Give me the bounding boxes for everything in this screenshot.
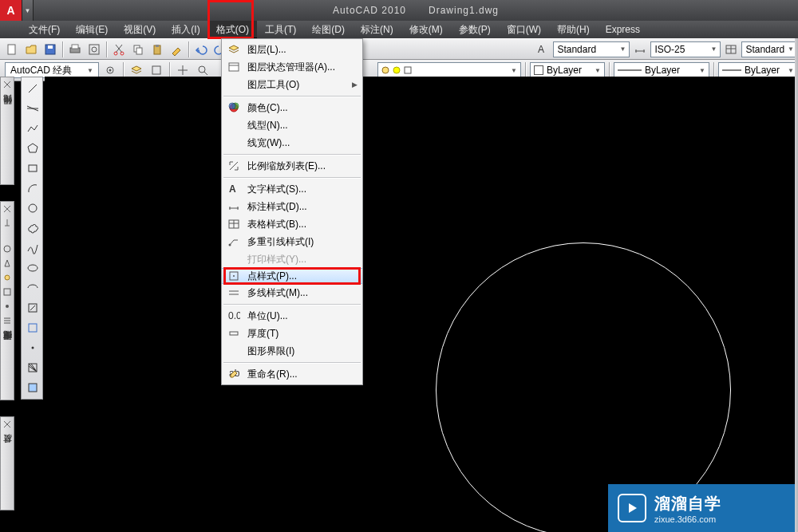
- menu-item[interactable]: 表格样式(B)...: [222, 215, 362, 233]
- svg-rect-37: [29, 324, 37, 332]
- menu-item[interactable]: 0.0单位(U)...: [222, 307, 362, 325]
- menu-0[interactable]: 文件(F): [21, 21, 68, 38]
- palette-close-icon[interactable]: [1, 203, 14, 215]
- color-combo[interactable]: ByLayer▼: [530, 62, 605, 78]
- plot-preview-icon[interactable]: [85, 41, 103, 58]
- menu-2[interactable]: 视图(V): [116, 21, 164, 38]
- light-spot-icon[interactable]: [1, 257, 14, 270]
- menu-item[interactable]: 颜色(C)...: [222, 99, 362, 116]
- menu-12[interactable]: Express: [598, 21, 648, 38]
- ellipse-icon[interactable]: [23, 258, 42, 278]
- print-icon[interactable]: [66, 41, 84, 58]
- menu-item[interactable]: 图层(L)...: [222, 41, 362, 58]
- menu-bar: 文件(F)编辑(E)视图(V)插入(I)格式(O)工具(T)绘图(D)标注(N)…: [0, 21, 798, 38]
- workspace-combo[interactable]: AutoCAD 经典▼: [5, 62, 99, 78]
- menu-item-label: 图层(L)...: [247, 43, 286, 57]
- block-icon[interactable]: [23, 318, 42, 337]
- menu-6[interactable]: 绘图(D): [304, 21, 353, 38]
- dim-style-combo[interactable]: ISO-25▼: [650, 41, 721, 57]
- menu-8[interactable]: 修改(M): [401, 21, 451, 38]
- svg-rect-33: [29, 165, 37, 171]
- copy-icon[interactable]: [129, 41, 147, 58]
- insert-icon[interactable]: [23, 298, 42, 317]
- hatch-icon[interactable]: [23, 358, 42, 377]
- menu-10[interactable]: 窗口(W): [499, 21, 549, 38]
- spline-icon[interactable]: [23, 238, 42, 258]
- menu-3[interactable]: 插入(I): [164, 21, 207, 38]
- circle-icon[interactable]: [23, 199, 42, 218]
- menu-item-label: 打印样式(Y)...: [247, 253, 306, 266]
- layer-combo[interactable]: ▼: [377, 62, 521, 78]
- save-icon[interactable]: [41, 41, 59, 58]
- light-point-icon[interactable]: [1, 242, 14, 255]
- palette-close-icon[interactable]: [1, 418, 14, 431]
- palette-sun[interactable]: 阳光特性: [0, 77, 14, 185]
- palette-close-icon[interactable]: [1, 78, 14, 91]
- blank-icon: [227, 77, 241, 92]
- menu-item[interactable]: 图层状态管理器(A)...: [222, 58, 362, 76]
- menu-item-label: 文字样式(S)...: [247, 183, 306, 196]
- menu-7[interactable]: 标注(N): [353, 21, 401, 38]
- menu-item[interactable]: 多重引线样式(I): [222, 233, 362, 250]
- gradient-icon[interactable]: [23, 378, 42, 397]
- svg-point-47: [229, 244, 231, 246]
- menu-item[interactable]: 图形界限(I): [222, 342, 362, 360]
- menu-item[interactable]: 比例缩放列表(E)...: [222, 157, 362, 175]
- menu-item[interactable]: 多线样式(M)...: [222, 284, 362, 301]
- palette-pin-icon[interactable]: [1, 93, 14, 105]
- line-icon[interactable]: [23, 79, 42, 98]
- menu-item[interactable]: 标注样式(D)...: [222, 198, 362, 215]
- light-web-icon[interactable]: [1, 286, 14, 298]
- new-icon[interactable]: [3, 41, 21, 58]
- undo-icon[interactable]: [192, 41, 210, 58]
- menu-item[interactable]: 点样式(P)...: [222, 268, 362, 284]
- drawing-canvas[interactable]: [45, 77, 798, 532]
- menu-5[interactable]: 工具(T): [257, 21, 304, 38]
- linetype-combo[interactable]: ByLayer▼: [614, 62, 709, 78]
- text-style-combo[interactable]: Standard▼: [553, 41, 630, 57]
- ellipse-arc-icon[interactable]: [23, 278, 42, 298]
- mtext-a-icon[interactable]: A: [1, 329, 14, 341]
- svg-text:A: A: [538, 44, 544, 55]
- menu-9[interactable]: 参数(P): [451, 21, 499, 38]
- format-menu: 图层(L)...图层状态管理器(A)...图层工具(O)▶颜色(C)...线型(…: [221, 38, 363, 385]
- point-icon[interactable]: [23, 338, 42, 357]
- match-prop-icon[interactable]: [168, 41, 185, 58]
- paste-icon[interactable]: [148, 41, 166, 58]
- palette-materials[interactable]: 材质: [0, 416, 14, 510]
- menu-item[interactable]: A文字样式(S)...: [222, 180, 362, 198]
- menu-item[interactable]: ab重命名(R)...: [222, 365, 362, 383]
- dim-style-icon[interactable]: [631, 41, 649, 58]
- light-glyph-icon[interactable]: [1, 300, 14, 313]
- app-menu-arrow[interactable]: ▼: [22, 0, 34, 21]
- menu-item[interactable]: 图层工具(O)▶: [222, 76, 362, 93]
- palette-pin-icon[interactable]: [1, 432, 14, 445]
- svg-point-34: [29, 204, 37, 212]
- watermark-url: zixue.3d66.com: [654, 514, 721, 524]
- table-style-icon[interactable]: [722, 41, 740, 58]
- revcloud-icon[interactable]: [23, 219, 42, 238]
- thickness-icon: [227, 326, 241, 341]
- blank-icon: [227, 118, 241, 132]
- arc-icon[interactable]: [23, 179, 42, 198]
- palette-pin-icon[interactable]: [1, 217, 14, 230]
- pline-icon[interactable]: [23, 119, 42, 138]
- light-list-icon[interactable]: [1, 314, 14, 327]
- cut-icon[interactable]: [110, 41, 128, 58]
- rectangle-icon[interactable]: [23, 159, 42, 178]
- menu-1[interactable]: 编辑(E): [68, 21, 116, 38]
- xline-icon[interactable]: [23, 99, 42, 118]
- palette-lights[interactable]: A 模型中的光源: [0, 201, 14, 400]
- open-icon[interactable]: [22, 41, 40, 58]
- menu-11[interactable]: 帮助(H): [549, 21, 598, 38]
- menu-item[interactable]: 厚度(T): [222, 325, 362, 342]
- polygon-icon[interactable]: [23, 139, 42, 158]
- app-logo[interactable]: A: [0, 0, 22, 21]
- table-style-combo[interactable]: Standard▼: [741, 41, 798, 57]
- menu-4[interactable]: 格式(O): [208, 21, 257, 38]
- text-style-icon[interactable]: A: [534, 41, 551, 58]
- menu-item[interactable]: 线型(N)...: [222, 116, 362, 134]
- menu-item[interactable]: 线宽(W)...: [222, 134, 362, 152]
- light-distant-icon[interactable]: [1, 271, 14, 284]
- lineweight-combo[interactable]: ByLayer▼: [718, 62, 798, 78]
